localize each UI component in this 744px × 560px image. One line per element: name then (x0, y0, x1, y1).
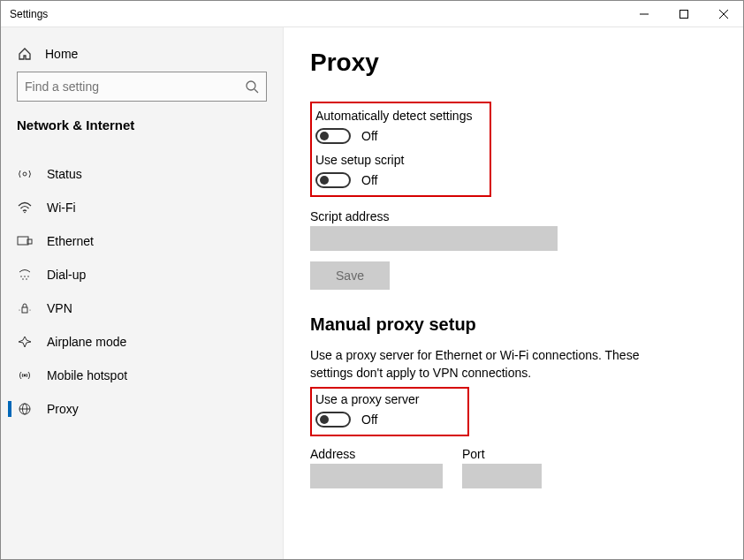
svg-rect-1 (679, 10, 687, 18)
sidebar-item-vpn[interactable]: VPN (8, 291, 276, 325)
use-proxy-state: Off (361, 412, 377, 427)
sidebar-item-label: Proxy (47, 402, 79, 416)
content-pane: Proxy Automatically detect settings Off … (284, 27, 743, 559)
save-button[interactable]: Save (310, 261, 390, 290)
svg-rect-8 (18, 237, 28, 245)
window-controls (624, 1, 743, 27)
maximize-button[interactable] (664, 1, 703, 27)
svg-line-5 (254, 89, 258, 93)
sidebar-item-label: Wi-Fi (47, 201, 76, 215)
ethernet-icon (17, 235, 33, 247)
svg-point-14 (26, 278, 27, 280)
sidebar-item-label: Mobile hotspot (47, 368, 127, 382)
svg-point-11 (24, 276, 26, 277)
svg-point-7 (24, 212, 26, 214)
svg-point-4 (247, 81, 255, 90)
address-label: Address (310, 447, 443, 461)
address-input[interactable] (310, 464, 443, 488)
sidebar-item-wifi[interactable]: Wi-Fi (8, 191, 276, 224)
script-address-label: Script address (310, 209, 717, 223)
sidebar: Home Network & Internet Status Wi-Fi (1, 27, 284, 559)
manual-section-desc: Use a proxy server for Ethernet or Wi-Fi… (310, 347, 681, 382)
svg-point-6 (23, 172, 27, 176)
sidebar-item-ethernet[interactable]: Ethernet (8, 224, 276, 258)
minimize-button[interactable] (624, 1, 664, 27)
auto-detect-toggle[interactable] (315, 128, 351, 144)
auto-detect-label: Automatically detect settings (315, 109, 481, 123)
titlebar: Settings (1, 1, 743, 27)
svg-rect-15 (22, 307, 27, 313)
svg-point-10 (20, 276, 22, 277)
sidebar-item-label: Status (47, 167, 82, 181)
use-proxy-label: Use a proxy server (315, 392, 462, 406)
sidebar-item-proxy[interactable]: Proxy (8, 392, 276, 426)
svg-point-12 (27, 276, 29, 277)
port-label: Port (462, 447, 542, 461)
svg-point-18 (24, 375, 27, 377)
sidebar-item-label: VPN (47, 301, 72, 315)
sidebar-item-label: Airplane mode (47, 335, 126, 349)
setup-script-label: Use setup script (315, 153, 481, 167)
svg-point-16 (19, 309, 19, 310)
setup-script-state: Off (361, 173, 377, 187)
search-box[interactable] (17, 72, 267, 102)
sidebar-item-airplane[interactable]: Airplane mode (8, 325, 276, 359)
sidebar-item-label: Dial-up (47, 268, 86, 282)
airplane-icon (17, 336, 33, 348)
script-address-input[interactable] (310, 226, 558, 251)
highlight-proxy-section: Use a proxy server Off (310, 387, 469, 436)
proxy-icon (17, 403, 33, 415)
category-title: Network & Internet (8, 117, 276, 145)
hotspot-icon (17, 369, 33, 382)
home-label: Home (45, 47, 78, 61)
use-proxy-toggle[interactable] (315, 412, 351, 428)
close-button[interactable] (703, 1, 743, 27)
search-icon (245, 79, 259, 94)
sidebar-item-dialup[interactable]: Dial-up (8, 258, 276, 291)
home-link[interactable]: Home (8, 40, 276, 72)
wifi-icon (17, 201, 33, 214)
highlight-auto-section: Automatically detect settings Off Use se… (310, 102, 491, 197)
sidebar-item-hotspot[interactable]: Mobile hotspot (8, 359, 276, 392)
setup-script-toggle[interactable] (315, 172, 351, 188)
sidebar-item-label: Ethernet (47, 234, 94, 248)
dialup-icon (17, 269, 33, 281)
status-icon (17, 168, 33, 180)
search-input[interactable] (25, 79, 245, 94)
sidebar-item-status[interactable]: Status (8, 157, 276, 191)
page-title: Proxy (310, 49, 717, 77)
vpn-icon (17, 302, 33, 314)
window-title: Settings (10, 8, 624, 20)
svg-point-13 (22, 278, 24, 280)
nav-list: Status Wi-Fi Ethernet Dial-up (8, 157, 276, 426)
svg-point-17 (29, 309, 30, 310)
home-icon (17, 47, 33, 61)
auto-detect-state: Off (361, 129, 377, 143)
manual-section-header: Manual proxy setup (310, 314, 717, 335)
port-input[interactable] (462, 464, 542, 488)
